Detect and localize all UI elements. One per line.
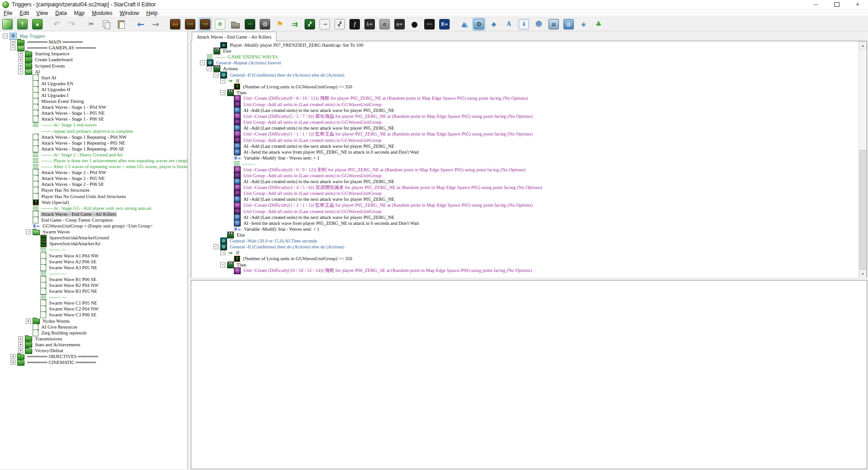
raw-data-icon[interactable]: 010 <box>169 18 181 30</box>
forward-icon[interactable]: → <box>150 18 162 30</box>
tree-item[interactable]: Attack Waves - Stage 1 Repeating - P06 S… <box>0 146 187 152</box>
trigger-row[interactable]: AI -Add (Last created units) to the next… <box>191 179 859 184</box>
trigger-row[interactable]: X=Variable -Modify Stat - Waves sent: + … <box>191 155 859 161</box>
tree-item[interactable]: +Stats and Achievements <box>0 342 187 348</box>
trigger-row[interactable]: Unit Group -Add all units in (Last creat… <box>191 119 859 125</box>
expand-box[interactable]: − <box>213 73 218 78</box>
tree-item[interactable]: ------- --- <box>0 247 187 252</box>
back-icon[interactable]: ← <box>135 18 147 30</box>
expand-box[interactable]: + <box>10 354 15 359</box>
previewer-module-icon[interactable]: ◈ <box>577 18 590 30</box>
bookmark-flag-icon[interactable]: ⚑ <box>274 18 286 30</box>
tree-item[interactable]: Attack Waves - Stage 2 - P06 SE <box>0 181 187 187</box>
tree-item[interactable]: +══════ CINEMATIC ══════ <box>0 359 187 365</box>
expand-box[interactable]: − <box>220 90 225 95</box>
tree-item[interactable]: +Scripted Events <box>0 63 187 68</box>
vertical-splitter[interactable] <box>188 31 191 469</box>
tree-item[interactable]: AI Give Resources <box>0 324 187 330</box>
tree-item[interactable]: AI Upgrades H <box>0 87 187 92</box>
cutscene-clapper-icon[interactable]: ▞ <box>304 18 316 30</box>
trigger-row[interactable]: Unit Group -Add all units in (Last creat… <box>191 173 859 179</box>
tree-item[interactable]: Swarm Wave C2 P04 NW <box>0 306 187 312</box>
tree-item[interactable]: Attack Waves - Stage 1 - P06 SE <box>0 116 187 122</box>
trigger-row[interactable]: Unit Group -Add all units in (Last creat… <box>191 190 859 196</box>
expand-box[interactable]: − <box>207 66 212 71</box>
trigger-row[interactable]: −⇒If <box>191 250 859 256</box>
tree-item[interactable]: Swarm Wave B3 P05 NE <box>0 288 187 294</box>
expand-box[interactable]: − <box>18 69 23 74</box>
tree-item[interactable]: Swarm Wave B2 P04 NW <box>0 282 187 288</box>
tab-attack-waves-end-game-air-killers[interactable]: Attack Waves - End Game - Air Killers <box>192 32 276 41</box>
cut-icon[interactable]: ✂ <box>85 18 97 30</box>
trigger-row[interactable]: ?(Number of Living units in GGWavesUnitG… <box>191 256 859 262</box>
tree-item[interactable]: −Swarm Waves <box>0 229 187 235</box>
tree-item[interactable]: Swarm Wave B1 P06 SE <box>0 276 187 282</box>
tree-item[interactable]: Swarm Wave A2 P06 SE <box>0 259 187 265</box>
trigger-row[interactable]: Unit Group -Add all units in (Last creat… <box>191 208 859 214</box>
tree-item[interactable]: −⚙Map Triggers <box>0 33 187 39</box>
tree-item[interactable]: AI Upgrades EN <box>0 81 187 87</box>
tree-item[interactable]: +══════ MAIN ══════ <box>0 39 187 45</box>
ui-module-icon[interactable]: ▤ <box>548 18 560 30</box>
trigger-row[interactable]: Unit -Create (Difficulty(6 / 6 / 9 / 12)… <box>191 167 859 173</box>
tree-item[interactable]: +══════ OBJECTIVES ══════ <box>0 354 187 359</box>
expand-box[interactable]: + <box>10 39 15 44</box>
trigger-row[interactable]: Unit -Create (Difficulty(8 / 8 / 10 / 12… <box>191 96 859 102</box>
undo-icon[interactable]: ↶ <box>51 18 63 30</box>
tree-item[interactable]: AI Upgrades I <box>0 92 187 98</box>
trigger-row[interactable]: Unit -Create (Difficulty(10 / 10 / 12 / … <box>191 268 859 274</box>
expand-box[interactable]: − <box>3 34 8 39</box>
trigger-row[interactable]: ------- - <box>191 161 859 167</box>
menu-help[interactable]: Help <box>143 10 161 16</box>
trigger-row[interactable]: −Then <box>191 262 859 267</box>
tree-item[interactable]: 10100101SpawnSuicidalAttackerAir <box>0 241 187 247</box>
expand-box[interactable]: + <box>18 57 23 62</box>
menu-data[interactable]: Data <box>52 10 70 16</box>
lambda-definition-icon[interactable]: λ= <box>364 18 376 30</box>
tree-item[interactable]: Attack Waves - Stage 1 Repeating - P05 N… <box>0 140 187 146</box>
paste-icon[interactable] <box>115 18 127 30</box>
tree-item[interactable]: Swarm Wave C3 P06 SE <box>0 312 187 318</box>
menu-edit[interactable]: Edit <box>16 10 33 16</box>
function-icon[interactable]: f <box>349 18 361 30</box>
tree-item[interactable]: Swarm Wave A1 P04 NW <box>0 252 187 258</box>
go-to-icon[interactable]: ⇉ <box>289 18 301 30</box>
tree-item[interactable]: Player Has No Ground Units And Structure… <box>0 194 187 199</box>
expand-box[interactable]: + <box>10 360 15 365</box>
trigger-row[interactable]: Unit -Create (Difficulty(1 / 1 / 1 / 1))… <box>191 203 859 208</box>
trigger-row[interactable]: −Actions <box>191 66 859 72</box>
tree-item[interactable]: ------- --- <box>0 294 187 300</box>
trigger-row[interactable]: AI -Add (Last created units) to the next… <box>191 196 859 202</box>
constant-a-icon[interactable]: a= <box>393 18 406 30</box>
trigger-list-icon[interactable]: +≡ <box>199 18 211 30</box>
data-module-icon[interactable]: ◆ <box>488 18 500 30</box>
tree-item[interactable]: Attack Waves - End Game - Air Killers <box>0 211 187 217</box>
new-document-icon[interactable] <box>1 18 14 30</box>
redo-icon[interactable]: ↷ <box>66 18 78 30</box>
variable-x-icon[interactable]: X= <box>438 18 451 30</box>
expand-box[interactable]: + <box>18 336 23 341</box>
tree-item[interactable]: Swarm Wave A3 P05 NE <box>0 265 187 271</box>
tree-item[interactable]: Player Has No Structures <box>0 187 187 193</box>
expand-box[interactable]: − <box>213 244 218 249</box>
expand-box[interactable]: − <box>26 229 31 234</box>
trigger-row[interactable]: ------- GAME ENDING WAVES <box>191 54 859 60</box>
tree-item[interactable]: ------- Player is done tier 1 achievemen… <box>0 158 187 164</box>
trigger-row[interactable]: −⚙General -If (Conditions) then do (Acti… <box>191 72 859 78</box>
raw-code-icon[interactable]: 0101 <box>423 18 436 30</box>
trigger-row[interactable]: X=Variable -Modify Stat - Waves sent: + … <box>191 226 859 232</box>
trigger-row[interactable]: AI -Send the attack wave from player P05… <box>191 149 859 155</box>
tree-item[interactable]: ?Wait (Special) <box>0 199 187 205</box>
trigger-row[interactable]: ?(Number of Living units in GGWavesUnitG… <box>191 84 859 90</box>
importer-module-icon[interactable]: ⇓ <box>518 18 530 30</box>
cutscene-module-icon[interactable]: ▥ <box>563 18 575 30</box>
tree-item[interactable]: +Victory/Defeat <box>0 348 187 354</box>
menu-modules[interactable]: Modules <box>88 10 116 16</box>
trigger-module-icon[interactable]: ⚙ <box>473 18 485 30</box>
open-map-icon[interactable]: ↑ <box>16 18 29 30</box>
menu-map[interactable]: Map <box>70 10 88 16</box>
trigger-row[interactable]: −⚙General -If (Conditions) then do (Acti… <box>191 244 859 250</box>
tree-item[interactable]: +Transmissions <box>0 336 187 342</box>
trigger-row[interactable]: AI -Add (Last created units) to the next… <box>191 107 859 113</box>
trigger-row[interactable]: Else <box>191 48 859 54</box>
